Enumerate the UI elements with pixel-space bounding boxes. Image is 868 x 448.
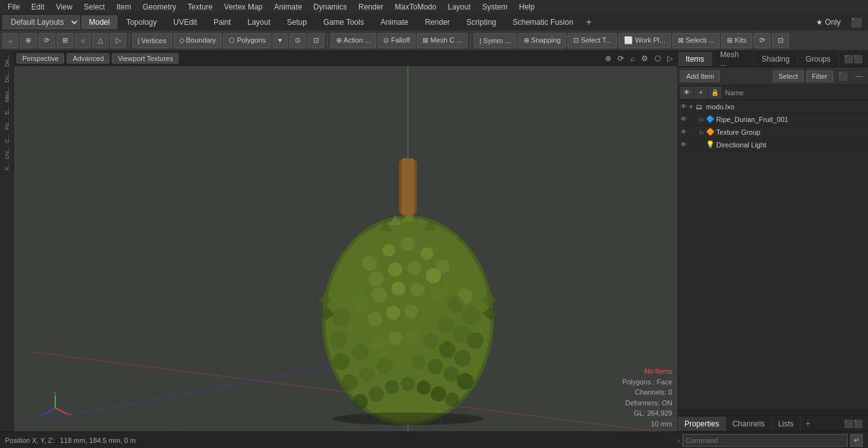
toolbar-circle-icon[interactable]: ○ [75,33,91,48]
tab-shading[interactable]: Shading [754,52,798,66]
toolbar-origin-icon[interactable]: ⊕ [20,33,37,48]
prop-tab-lists[interactable]: Lists [771,417,801,431]
arrow-modo[interactable]: ▾ [689,104,696,110]
layout-tab-setup[interactable]: Setup [279,15,314,29]
menu-item-render[interactable]: Render [353,1,388,13]
viewport-icon-search[interactable]: ⌕ [628,53,637,64]
layout-tab-topology[interactable]: Topology [119,15,165,29]
tab-items[interactable]: Items [678,52,712,66]
layout-tab-render[interactable]: Render [417,15,458,29]
layout-tab-layout[interactable]: Layout [240,15,278,29]
filter-btn[interactable]: Filter [806,71,833,82]
viewport-icon-refresh[interactable]: ⟳ [616,53,626,64]
toolbar-boundary-btn[interactable]: ◇ Boundary [173,33,222,48]
left-tool-dup[interactable]: Du... [3,69,11,84]
command-enter-btn[interactable]: ↵ [850,434,863,447]
toolbar-move-icon[interactable]: ⬦ [3,33,18,48]
advanced-btn[interactable]: Advanced [67,53,109,64]
tree-row-ripe-durian[interactable]: 👁 ▷ 🔷 Ripe_Durian_Fruit_001 [678,113,868,126]
layout-tab-add[interactable]: + [582,15,595,29]
left-tool-uv[interactable]: UV... [3,146,11,160]
toolbar-rotate-icon[interactable]: ⟳ [38,33,55,48]
prop-expand-icon[interactable]: ⬛⬛ [839,417,868,431]
left-tool-de[interactable]: De... [3,53,11,68]
toolbar-action-btn[interactable]: ⊕ Action ... [330,33,376,48]
menu-item-item[interactable]: Item [111,1,136,13]
toolbar-mode-dropdown[interactable]: ▾ [273,33,288,48]
left-tool-f[interactable]: F... [3,161,11,172]
menu-item-select[interactable]: Select [79,1,110,13]
collapse-items-icon[interactable]: — [853,72,865,81]
menu-item-texture[interactable]: Texture [182,1,217,13]
tab-groups[interactable]: Groups [798,52,839,66]
toolbar-refresh-icon[interactable]: ⟳ [754,33,771,48]
menu-item-help[interactable]: Help [514,1,540,13]
add-item-btn[interactable]: Add Item [681,71,720,82]
toolbar-workpl-btn[interactable]: ⬜ Work Pl... [618,33,671,48]
layout-tab-animate[interactable]: Animate [373,15,416,29]
panel-expand-icon[interactable]: ⬛⬛ [839,52,868,66]
menu-item-file[interactable]: File [3,1,25,13]
layout-tab-model[interactable]: Model [81,15,118,29]
layout-tab-game-tools[interactable]: Game Tools [316,15,372,29]
tree-row-modo-lxo[interactable]: 👁 ▾ 🗂 modo.lxo [678,100,868,113]
tree-row-texture-group[interactable]: 👁 ▷ 🔶 Texture Group [678,126,868,139]
toolbar-play-icon[interactable]: ▷ [110,33,126,48]
menu-item-view[interactable]: View [51,1,78,13]
toolbar-polygons-btn[interactable]: ⬡ Polygons [223,33,271,48]
perspective-btn[interactable]: Perspective [17,53,64,64]
eye-icon-modo[interactable]: 👁 [681,103,689,110]
layout-tab-scripting[interactable]: Scripting [459,15,504,29]
toolbar-kits-btn[interactable]: ⊞ Kits [721,33,752,48]
viewport-icon-expand[interactable]: ▷ [665,53,675,64]
expand-items-icon[interactable]: ⬛ [836,72,850,81]
menu-item-layout[interactable]: Layout [443,1,476,13]
left-tool-mesh[interactable]: Mes... [3,85,11,104]
eye-icon-durian[interactable]: 👁 [681,116,689,123]
prop-tab-properties[interactable]: Properties [678,417,726,431]
arrow-texture[interactable]: ▷ [700,129,706,135]
items-lock-btn[interactable]: 🔒 [709,87,721,98]
left-tool-e[interactable]: E... [3,105,11,116]
items-add-btn[interactable]: + [695,87,707,98]
arrow-durian[interactable]: ▷ [700,116,706,123]
toolbar-shading2-icon[interactable]: ⊡ [308,33,325,48]
menu-item-animate[interactable]: Animate [269,1,307,13]
viewport-icon-crosshair[interactable]: ⊕ [603,53,613,64]
layout-tab-schematic-fusion[interactable]: Schematic Fusion [505,15,581,29]
menu-item-system[interactable]: System [477,1,513,13]
star-only-btn[interactable]: ★ Only [812,17,844,28]
menu-item-vertex map[interactable]: Vertex Map [219,1,268,13]
tree-row-directional-light[interactable]: 👁 ▷ 💡 Directional Light [678,139,868,151]
left-tool-c[interactable]: C... [3,133,11,144]
eye-icon-texture[interactable]: 👁 [681,128,689,135]
toolbar-meshc-btn[interactable]: ⊠ Mesh C ... [417,33,468,48]
prop-tab-channels[interactable]: Channels [726,417,772,431]
toolbar-tri-icon[interactable]: △ [92,33,109,48]
layout-dropdown[interactable]: Default Layouts [3,15,80,29]
layout-tab-uvedit[interactable]: UVEdit [166,15,205,29]
eye-icon-light[interactable]: 👁 [681,141,689,148]
toolbar-falloff-btn[interactable]: ⊙ Falloff [377,33,416,48]
menu-item-edit[interactable]: Edit [26,1,50,13]
toolbar-snapping-btn[interactable]: ⊕ Snapping [518,33,567,48]
menu-item-geometry[interactable]: Geometry [138,1,182,13]
toolbar-symm-btn[interactable]: | Symm ... [473,33,516,48]
layout-tab-paint[interactable]: Paint [206,15,238,29]
toolbar-shading-icon[interactable]: ⊙ [289,33,306,48]
viewport[interactable]: Perspective Advanced Viewport Textures ⊕… [14,51,677,431]
menu-item-maxtomodo[interactable]: MaxToModo [390,1,441,13]
menu-item-dynamics[interactable]: Dynamics [308,1,352,13]
toolbar-selecti-btn[interactable]: ⊠ Selecti ... [672,33,720,48]
viewport-icon-hex[interactable]: ⬡ [653,53,663,64]
left-tool-pol[interactable]: Po... [3,117,11,132]
maximize-btn[interactable]: ⬛ [847,16,865,29]
prop-tab-add[interactable]: + [801,417,815,431]
command-input[interactable] [682,434,848,447]
viewport-textures-btn[interactable]: Viewport Textures [112,53,179,64]
select-btn[interactable]: Select [773,71,804,82]
toolbar-layout-icon[interactable]: ⊡ [772,33,789,48]
toolbar-grid-icon[interactable]: ⊞ [57,33,74,48]
viewport-icon-gear[interactable]: ⚙ [639,53,650,64]
toolbar-selectt-btn[interactable]: ⊡ Select T... [567,33,617,48]
